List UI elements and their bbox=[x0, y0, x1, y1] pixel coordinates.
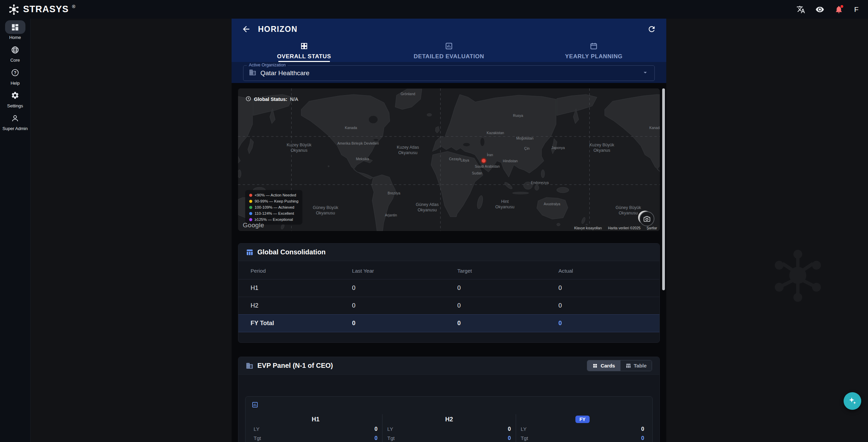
sidebar-item-label: Settings bbox=[7, 104, 23, 108]
legend-dot bbox=[249, 200, 252, 203]
world-map[interactable]: Kuzey Büyük Okyanus Kuzey Atlas Okyanusu… bbox=[238, 88, 660, 231]
module-header: HORIZON bbox=[232, 19, 666, 40]
back-button[interactable] bbox=[240, 23, 253, 36]
card-title: Global Consolidation bbox=[257, 248, 326, 256]
period-header: FY bbox=[519, 414, 646, 424]
help-icon: ? bbox=[5, 66, 25, 80]
fy-badge: FY bbox=[575, 416, 590, 423]
strasys-logo-icon bbox=[8, 4, 20, 15]
evp-periods-grid: H1 LY 0 Tgt 0 H2 LY bbox=[249, 414, 649, 442]
org-selector-row: Active Organization Qatar Healthcare bbox=[232, 62, 666, 83]
organization-select-value: Qatar Healthcare bbox=[260, 69, 637, 77]
keyboard-shortcuts-link[interactable]: Klavye kısayolları bbox=[572, 225, 605, 231]
card-title: EVP Panel (N-1 of CEO) bbox=[257, 362, 333, 370]
legend-item: 90-99% — Keep Pushing bbox=[249, 199, 298, 203]
chevron-down-icon bbox=[642, 69, 649, 78]
tgt-row: Tgt 0 bbox=[385, 434, 513, 442]
cards-view-button[interactable]: Cards bbox=[587, 360, 620, 371]
table-row: H2 0 0 0 bbox=[238, 297, 659, 315]
horizon-module: HORIZON OVERALL STATUS DETAILED EVALUATI… bbox=[232, 19, 666, 442]
entity-chart-icon bbox=[252, 401, 258, 408]
evp-col-h1: H1 LY 0 Tgt 0 bbox=[249, 414, 382, 442]
legend-item: <90% — Action Needed bbox=[249, 193, 298, 197]
table-header-row: Period Last Year Target Actual bbox=[238, 261, 659, 279]
background-watermark-logo bbox=[769, 247, 827, 306]
period-header: H1 bbox=[252, 414, 379, 424]
consolidation-table: Period Last Year Target Actual H1 0 0 0 … bbox=[238, 261, 659, 332]
ly-row: LY 0 bbox=[385, 424, 513, 434]
calendar-icon bbox=[590, 42, 598, 51]
evp-col-fy: FY LY 0 Tgt 0 bbox=[516, 414, 649, 442]
overall-status-grid-icon bbox=[300, 42, 308, 51]
building-icon bbox=[246, 362, 253, 370]
sidebar: Home Core ? Help Settings bbox=[0, 19, 31, 442]
legend-item: 110-124% — Excellent bbox=[249, 211, 298, 215]
global-status: Global Status: N/A bbox=[245, 96, 298, 103]
table-view-button[interactable]: Table bbox=[620, 360, 652, 371]
view-toggle: Cards Table bbox=[587, 360, 652, 371]
legend-dot bbox=[249, 218, 252, 221]
legend-dot bbox=[249, 206, 252, 209]
sidebar-item-core[interactable]: Core bbox=[0, 42, 30, 63]
clock-icon bbox=[245, 96, 251, 103]
column-header: Period bbox=[238, 261, 352, 279]
sidebar-item-label: Core bbox=[10, 58, 20, 63]
notification-badge bbox=[841, 5, 843, 8]
sidebar-item-settings[interactable]: Settings bbox=[0, 88, 30, 109]
tab-overall-status[interactable]: OVERALL STATUS bbox=[232, 40, 376, 62]
notifications-bell-icon[interactable] bbox=[834, 4, 844, 15]
evaluation-chart-icon bbox=[445, 42, 453, 51]
global-consolidation-card: Global Consolidation Period Last Year Ta… bbox=[238, 243, 660, 343]
building-icon bbox=[249, 69, 256, 78]
map-legend: <90% — Action Needed 90-99% — Keep Pushi… bbox=[245, 190, 302, 225]
legend-dot bbox=[249, 194, 252, 197]
content-scrollbar[interactable] bbox=[662, 88, 665, 290]
sidebar-item-label: Super Admin bbox=[2, 126, 27, 131]
user-avatar[interactable]: F bbox=[853, 5, 860, 14]
table-row: H1 0 0 0 bbox=[238, 279, 659, 297]
map-data-label: Harita verileri ©2025 bbox=[605, 225, 643, 231]
tab-detailed-evaluation[interactable]: DETAILED EVALUATION bbox=[376, 40, 521, 62]
global-status-value: N/A bbox=[290, 97, 298, 102]
organization-select[interactable]: Active Organization Qatar Healthcare bbox=[243, 65, 655, 81]
period-header: H2 bbox=[385, 414, 513, 424]
evp-entity-card[interactable]: H1 LY 0 Tgt 0 H2 LY bbox=[245, 396, 653, 442]
assistant-fab[interactable] bbox=[844, 392, 861, 410]
card-header: EVP Panel (N-1 of CEO) Cards Table bbox=[238, 357, 659, 375]
topbar: STRASYS ® F bbox=[0, 0, 868, 19]
refresh-button[interactable] bbox=[645, 23, 658, 36]
tab-yearly-planning[interactable]: YEARLY PLANNING bbox=[521, 40, 666, 62]
ly-row: LY 0 bbox=[252, 424, 379, 434]
column-header: Actual bbox=[558, 261, 659, 279]
card-header: Global Consolidation bbox=[238, 244, 659, 261]
organization-select-label: Active Organization bbox=[247, 63, 288, 67]
tab-label: YEARLY PLANNING bbox=[565, 53, 623, 60]
google-logo: Google bbox=[243, 222, 264, 229]
tab-label: DETAILED EVALUATION bbox=[414, 53, 484, 60]
translate-icon[interactable] bbox=[796, 4, 806, 15]
tab-bar: OVERALL STATUS DETAILED EVALUATION YEARL… bbox=[232, 40, 666, 62]
legend-dot bbox=[249, 212, 252, 215]
global-status-label: Global Status: bbox=[254, 97, 287, 102]
admin-person-icon bbox=[5, 111, 25, 125]
tgt-row: Tgt 0 bbox=[519, 434, 646, 442]
sidebar-item-super-admin[interactable]: Super Admin bbox=[0, 111, 30, 132]
column-header: Target bbox=[457, 261, 558, 279]
ly-row: LY 0 bbox=[519, 424, 646, 434]
content-body: Kuzey Büyük Okyanus Kuzey Atlas Okyanusu… bbox=[232, 83, 666, 442]
table-row-fy-total: FY Total 0 0 0 bbox=[238, 315, 659, 332]
dashboard-icon bbox=[5, 20, 25, 34]
eye-icon[interactable] bbox=[815, 4, 825, 15]
sidebar-item-home[interactable]: Home bbox=[0, 20, 30, 41]
sidebar-item-label: Home bbox=[9, 35, 21, 40]
tab-label: OVERALL STATUS bbox=[277, 53, 331, 60]
legend-item: ≥125% — Exceptional bbox=[249, 217, 298, 222]
map-marker-q atar[interactable] bbox=[481, 158, 487, 164]
camera-button[interactable] bbox=[639, 211, 654, 226]
table-chart-icon bbox=[246, 249, 253, 256]
sidebar-item-help[interactable]: ? Help bbox=[0, 65, 30, 86]
brand-registered-mark: ® bbox=[72, 4, 76, 9]
gear-icon bbox=[5, 89, 25, 102]
evp-col-h2: H2 LY 0 Tgt 0 bbox=[382, 414, 515, 442]
sidebar-item-label: Help bbox=[11, 81, 20, 86]
